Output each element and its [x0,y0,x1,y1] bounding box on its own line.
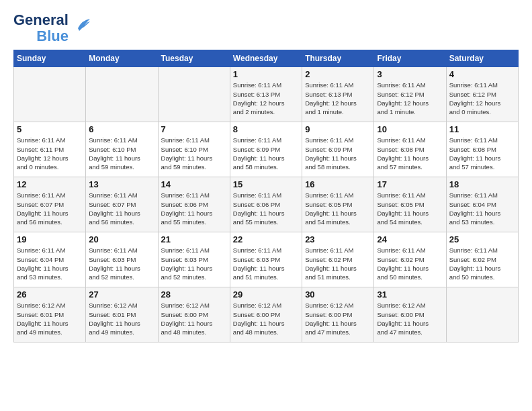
day-number: 29 [233,289,299,300]
day-info: Sunrise: 6:11 AM Sunset: 6:09 PM Dayligh… [233,136,299,171]
day-info: Sunrise: 6:11 AM Sunset: 6:03 PM Dayligh… [89,246,154,281]
day-info: Sunrise: 6:11 AM Sunset: 6:06 PM Dayligh… [161,191,227,226]
logo: General Blue [13,12,91,44]
day-number: 27 [89,289,154,300]
calendar-cell: 5Sunrise: 6:11 AM Sunset: 6:11 PM Daylig… [14,122,86,177]
day-number: 26 [17,289,83,300]
day-info: Sunrise: 6:11 AM Sunset: 6:03 PM Dayligh… [233,246,299,281]
calendar-cell: 29Sunrise: 6:12 AM Sunset: 6:00 PM Dayli… [230,287,302,342]
calendar-cell [158,67,230,122]
calendar-cell [14,67,86,122]
calendar-cell: 19Sunrise: 6:11 AM Sunset: 6:04 PM Dayli… [14,232,86,287]
day-info: Sunrise: 6:11 AM Sunset: 6:12 PM Dayligh… [377,81,443,116]
day-number: 1 [233,69,299,79]
calendar-cell: 30Sunrise: 6:12 AM Sunset: 6:00 PM Dayli… [302,287,374,342]
calendar-cell: 23Sunrise: 6:11 AM Sunset: 6:02 PM Dayli… [302,232,374,287]
calendar-week-row: 5Sunrise: 6:11 AM Sunset: 6:11 PM Daylig… [14,122,519,177]
day-info: Sunrise: 6:11 AM Sunset: 6:02 PM Dayligh… [449,246,515,281]
calendar-cell: 26Sunrise: 6:12 AM Sunset: 6:01 PM Dayli… [14,287,86,342]
calendar-cell: 7Sunrise: 6:11 AM Sunset: 6:10 PM Daylig… [158,122,230,177]
day-info: Sunrise: 6:11 AM Sunset: 6:04 PM Dayligh… [17,246,83,281]
day-info: Sunrise: 6:11 AM Sunset: 6:08 PM Dayligh… [449,136,515,171]
day-number: 22 [233,234,299,244]
day-info: Sunrise: 6:11 AM Sunset: 6:07 PM Dayligh… [17,191,83,226]
calendar-cell: 13Sunrise: 6:11 AM Sunset: 6:07 PM Dayli… [86,177,158,232]
day-info: Sunrise: 6:11 AM Sunset: 6:06 PM Dayligh… [233,191,299,226]
calendar-cell: 3Sunrise: 6:11 AM Sunset: 6:12 PM Daylig… [374,67,446,122]
calendar-week-row: 26Sunrise: 6:12 AM Sunset: 6:01 PM Dayli… [14,287,519,342]
day-number: 21 [161,234,227,244]
weekday-header: Sunday [14,50,86,67]
calendar-cell: 10Sunrise: 6:11 AM Sunset: 6:08 PM Dayli… [374,122,446,177]
page-container: General Blue SundayMondayTuesdayWednesda… [0,0,532,349]
day-info: Sunrise: 6:12 AM Sunset: 6:01 PM Dayligh… [89,301,154,336]
calendar-cell: 14Sunrise: 6:11 AM Sunset: 6:06 PM Dayli… [158,177,230,232]
calendar-cell: 1Sunrise: 6:11 AM Sunset: 6:13 PM Daylig… [230,67,302,122]
day-number: 16 [305,179,371,189]
day-number: 10 [377,124,443,134]
calendar-cell: 21Sunrise: 6:11 AM Sunset: 6:03 PM Dayli… [158,232,230,287]
calendar-cell: 28Sunrise: 6:12 AM Sunset: 6:00 PM Dayli… [158,287,230,342]
day-number: 31 [377,289,443,300]
day-info: Sunrise: 6:11 AM Sunset: 6:08 PM Dayligh… [377,136,443,171]
calendar-cell: 12Sunrise: 6:11 AM Sunset: 6:07 PM Dayli… [14,177,86,232]
day-number: 3 [377,69,443,79]
day-number: 25 [449,234,515,244]
day-info: Sunrise: 6:11 AM Sunset: 6:05 PM Dayligh… [377,191,443,226]
day-number: 28 [161,289,227,300]
calendar-week-row: 12Sunrise: 6:11 AM Sunset: 6:07 PM Dayli… [14,177,519,232]
calendar-body: 1Sunrise: 6:11 AM Sunset: 6:13 PM Daylig… [14,67,519,342]
weekday-header: Saturday [446,50,518,67]
calendar-cell [446,287,518,342]
calendar-cell: 24Sunrise: 6:11 AM Sunset: 6:02 PM Dayli… [374,232,446,287]
day-info: Sunrise: 6:11 AM Sunset: 6:03 PM Dayligh… [161,246,227,281]
calendar-week-row: 19Sunrise: 6:11 AM Sunset: 6:04 PM Dayli… [14,232,519,287]
calendar-cell: 11Sunrise: 6:11 AM Sunset: 6:08 PM Dayli… [446,122,518,177]
day-number: 19 [17,234,83,244]
calendar-cell: 20Sunrise: 6:11 AM Sunset: 6:03 PM Dayli… [86,232,158,287]
day-number: 17 [377,179,443,189]
weekday-header: Wednesday [230,50,302,67]
day-info: Sunrise: 6:11 AM Sunset: 6:10 PM Dayligh… [89,136,154,171]
calendar-cell: 2Sunrise: 6:11 AM Sunset: 6:13 PM Daylig… [302,67,374,122]
calendar-table: SundayMondayTuesdayWednesdayThursdayFrid… [13,50,519,342]
day-number: 14 [161,179,227,189]
calendar-cell: 25Sunrise: 6:11 AM Sunset: 6:02 PM Dayli… [446,232,518,287]
day-number: 24 [377,234,443,244]
calendar-cell [86,67,158,122]
day-info: Sunrise: 6:11 AM Sunset: 6:02 PM Dayligh… [305,246,371,281]
day-number: 15 [233,179,299,189]
weekday-header: Monday [86,50,158,67]
day-number: 6 [89,124,154,134]
day-info: Sunrise: 6:12 AM Sunset: 6:01 PM Dayligh… [17,301,83,336]
header: General Blue [13,12,519,44]
calendar-cell: 17Sunrise: 6:11 AM Sunset: 6:05 PM Dayli… [374,177,446,232]
calendar-cell: 16Sunrise: 6:11 AM Sunset: 6:05 PM Dayli… [302,177,374,232]
day-info: Sunrise: 6:11 AM Sunset: 6:10 PM Dayligh… [161,136,227,171]
day-number: 7 [161,124,227,134]
day-info: Sunrise: 6:12 AM Sunset: 6:00 PM Dayligh… [305,301,371,336]
day-info: Sunrise: 6:11 AM Sunset: 6:07 PM Dayligh… [89,191,154,226]
calendar-cell: 8Sunrise: 6:11 AM Sunset: 6:09 PM Daylig… [230,122,302,177]
calendar-week-row: 1Sunrise: 6:11 AM Sunset: 6:13 PM Daylig… [14,67,519,122]
day-info: Sunrise: 6:11 AM Sunset: 6:05 PM Dayligh… [305,191,371,226]
calendar-header-row: SundayMondayTuesdayWednesdayThursdayFrid… [14,50,519,67]
day-info: Sunrise: 6:11 AM Sunset: 6:09 PM Dayligh… [305,136,371,171]
day-info: Sunrise: 6:11 AM Sunset: 6:12 PM Dayligh… [449,81,515,116]
weekday-header: Thursday [302,50,374,67]
calendar-cell: 22Sunrise: 6:11 AM Sunset: 6:03 PM Dayli… [230,232,302,287]
logo-blue: Blue [36,28,69,44]
calendar-cell: 15Sunrise: 6:11 AM Sunset: 6:06 PM Dayli… [230,177,302,232]
day-number: 20 [89,234,154,244]
day-number: 9 [305,124,371,134]
day-number: 5 [17,124,83,134]
day-number: 18 [449,179,515,189]
calendar-cell: 4Sunrise: 6:11 AM Sunset: 6:12 PM Daylig… [446,67,518,122]
calendar-cell: 9Sunrise: 6:11 AM Sunset: 6:09 PM Daylig… [302,122,374,177]
day-number: 4 [449,69,515,79]
weekday-header: Tuesday [158,50,230,67]
calendar-cell: 31Sunrise: 6:12 AM Sunset: 6:00 PM Dayli… [374,287,446,342]
day-number: 12 [17,179,83,189]
day-info: Sunrise: 6:11 AM Sunset: 6:04 PM Dayligh… [449,191,515,226]
day-info: Sunrise: 6:11 AM Sunset: 6:13 PM Dayligh… [233,81,299,116]
